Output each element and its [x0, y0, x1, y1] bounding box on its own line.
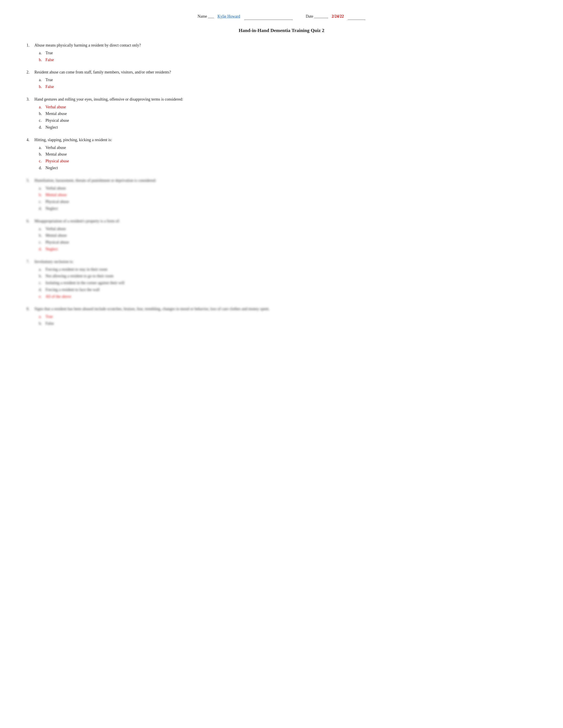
answer-letter: d. [39, 165, 44, 171]
question-1-body: Abuse means physically harming a residen… [34, 42, 141, 49]
answer-text: False [45, 320, 54, 327]
question-6-text: 6.Misappropriation of a resident's prope… [26, 218, 537, 224]
question-4: 4.Hitting, slapping, pinching, kicking a… [26, 137, 537, 171]
question-2: 2.Resident abuse can come from staff, fa… [26, 69, 537, 90]
answer-letter: a. [39, 77, 44, 83]
answer-text: Verbal abuse [45, 226, 66, 232]
question-4-answer-4: d.Neglect [39, 165, 537, 171]
answer-text: All of the above [45, 293, 71, 300]
question-1-answer-2: b.False [39, 57, 537, 63]
answer-letter: b. [39, 151, 44, 158]
answer-letter: a. [39, 50, 44, 56]
question-1-text: 1.Abuse means physically harming a resid… [26, 42, 537, 49]
question-5-body: Humiliation, harassment, threats of puni… [34, 177, 156, 184]
question-6-answer-3: c.Physical abuse [39, 239, 537, 246]
question-4-answers: a.Verbal abuseb.Mental abusec.Physical a… [39, 144, 537, 171]
answer-letter: d. [39, 246, 44, 252]
answer-text: Physical abuse [45, 239, 69, 246]
question-8: 8.Signs that a resident has been abused … [26, 306, 537, 326]
question-2-text: 2.Resident abuse can come from staff, fa… [26, 69, 537, 75]
question-3-answers: a.Verbal abuseb.Mental abusec.Physical a… [39, 104, 537, 131]
question-2-answer-2: b.False [39, 84, 537, 90]
question-8-number: 8. [26, 306, 33, 312]
question-8-answers: a.Trueb.False [39, 313, 537, 327]
question-2-number: 2. [26, 69, 33, 75]
answer-text: Neglect [45, 124, 58, 131]
answer-text: Forcing a resident to face the wall [45, 287, 100, 293]
question-6-answer-1: a.Verbal abuse [39, 226, 537, 232]
answer-letter: c. [39, 199, 44, 205]
answer-text: Neglect [45, 205, 58, 212]
answer-text: Mental abuse [45, 151, 67, 158]
question-1: 1.Abuse means physically harming a resid… [26, 42, 537, 63]
question-6-number: 6. [26, 218, 33, 224]
page-title: Hand-in-Hand Dementia Training Quiz 2 [26, 26, 537, 34]
date-label: Date _______ [306, 13, 328, 20]
question-3-body: Hand gestures and rolling your eyes, ins… [34, 96, 183, 103]
answer-text: Verbal abuse [45, 104, 66, 110]
questions-container: 1.Abuse means physically harming a resid… [26, 42, 537, 327]
question-2-answers: a.Trueb.False [39, 77, 537, 90]
question-5-answer-3: c.Physical abuse [39, 199, 537, 205]
question-6-answers: a.Verbal abuseb.Mental abusec.Physical a… [39, 226, 537, 252]
question-7-answer-1: a.Forcing a resident to stay in their ro… [39, 266, 537, 273]
question-3: 3.Hand gestures and rolling your eyes, i… [26, 96, 537, 131]
question-8-body: Signs that a resident has been abused in… [34, 306, 269, 312]
question-7-text: 7.Involuntary seclusion is: [26, 259, 537, 265]
question-4-number: 4. [26, 137, 33, 143]
question-2-body: Resident abuse can come from staff, fami… [34, 69, 171, 75]
answer-letter: c. [39, 280, 44, 286]
question-8-answer-2: b.False [39, 320, 537, 327]
answer-text: True [45, 50, 53, 56]
answer-letter: a. [39, 266, 44, 273]
answer-letter: b. [39, 57, 44, 63]
question-6-answer-2: b.Mental abuse [39, 232, 537, 239]
question-7-answer-3: c.Isolating a resident in the corner aga… [39, 280, 537, 286]
question-6: 6.Misappropriation of a resident's prope… [26, 218, 537, 252]
question-3-answer-2: b.Mental abuse [39, 111, 537, 117]
name-value: Kylie Howard [217, 13, 240, 20]
question-8-answer-1: a.True [39, 313, 537, 320]
question-5-text: 5.Humiliation, harassment, threats of pu… [26, 177, 537, 184]
question-4-body: Hitting, slapping, pinching, kicking a r… [34, 137, 112, 143]
question-7-answer-5: e.All of the above [39, 293, 537, 300]
answer-letter: a. [39, 144, 44, 151]
answer-letter: e. [39, 293, 44, 300]
answer-text: Isolating a resident in the corner again… [45, 280, 124, 286]
question-6-body: Misappropriation of a resident's propert… [34, 218, 120, 224]
question-4-answer-2: b.Mental abuse [39, 151, 537, 158]
header: Name ___Kylie Howard Date _______2/24/22 [26, 13, 537, 20]
question-5-answer-4: d.Neglect [39, 205, 537, 212]
question-7-answers: a.Forcing a resident to stay in their ro… [39, 266, 537, 300]
question-1-answer-1: a.True [39, 50, 537, 56]
question-3-number: 3. [26, 96, 33, 103]
question-7: 7.Involuntary seclusion is:a.Forcing a r… [26, 259, 537, 300]
question-4-answer-3: c.Physical abuse [39, 158, 537, 164]
answer-text: True [45, 313, 53, 320]
answer-text: Verbal abuse [45, 185, 66, 191]
answer-text: Not allowing a resident to go to their r… [45, 273, 113, 279]
answer-letter: b. [39, 273, 44, 279]
answer-text: Physical abuse [45, 158, 69, 164]
question-2-answer-1: a.True [39, 77, 537, 83]
answer-text: Verbal abuse [45, 144, 66, 151]
question-7-number: 7. [26, 259, 33, 265]
answer-letter: c. [39, 117, 44, 124]
answer-letter: a. [39, 185, 44, 191]
answer-letter: a. [39, 226, 44, 232]
question-5: 5.Humiliation, harassment, threats of pu… [26, 177, 537, 212]
name-underline [244, 13, 293, 20]
answer-letter: b. [39, 111, 44, 117]
question-7-answer-2: b.Not allowing a resident to go to their… [39, 273, 537, 279]
question-3-answer-3: c.Physical abuse [39, 117, 537, 124]
name-label: Name ___ [197, 13, 214, 20]
answer-text: Physical abuse [45, 199, 69, 205]
answer-letter: d. [39, 124, 44, 131]
answer-letter: b. [39, 192, 44, 198]
question-5-number: 5. [26, 177, 33, 184]
answer-text: Physical abuse [45, 117, 69, 124]
answer-text: Forcing a resident to stay in their room [45, 266, 107, 273]
answer-letter: b. [39, 232, 44, 239]
date-value: 2/24/22 [332, 13, 344, 20]
answer-text: Mental abuse [45, 232, 67, 239]
